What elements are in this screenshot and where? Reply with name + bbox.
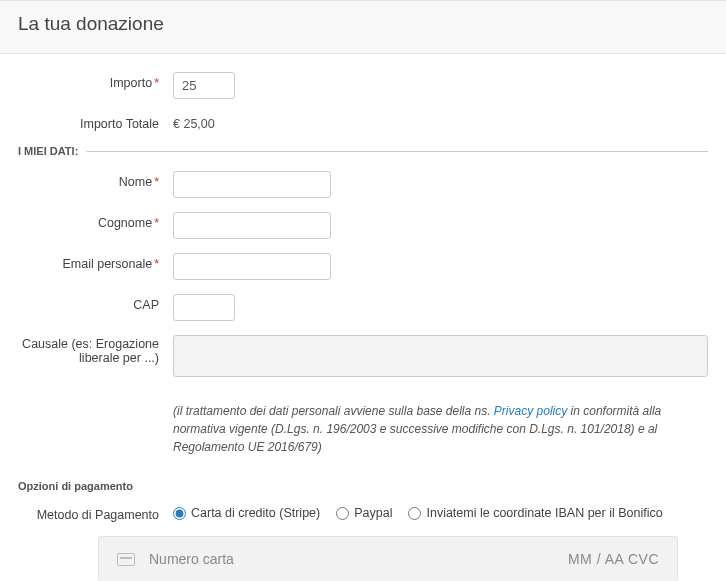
name-row: Nome* [18, 171, 708, 198]
card-input-box[interactable]: Numero carta MM / AA CVC [98, 536, 678, 581]
cap-row: CAP [18, 294, 708, 321]
cause-row: Causale (es: Erogazione liberale per ...… [18, 335, 708, 380]
page-title: La tua donazione [18, 13, 708, 35]
card-number-placeholder: Numero carta [149, 551, 554, 567]
email-label: Email personale* [18, 253, 173, 271]
page-header: La tua donazione [0, 0, 726, 54]
surname-label: Cognome* [18, 212, 173, 230]
payment-options-heading: Opzioni di pagamento [18, 480, 708, 492]
cap-input[interactable] [173, 294, 235, 321]
name-label: Nome* [18, 171, 173, 189]
surname-input[interactable] [173, 212, 331, 239]
cause-textarea[interactable] [173, 335, 708, 377]
radio-card[interactable]: Carta di credito (Stripe) [173, 506, 320, 520]
radio-iban-input[interactable] [408, 507, 421, 520]
total-label: Importo Totale [18, 113, 173, 131]
email-row: Email personale* [18, 253, 708, 280]
privacy-note: (il trattamento dei dati personali avvie… [18, 394, 708, 462]
surname-row: Cognome* [18, 212, 708, 239]
radio-paypal[interactable]: Paypal [336, 506, 392, 520]
payment-method-label: Metodo di Pagamento [18, 504, 173, 522]
amount-label: Importo* [18, 72, 173, 90]
email-input[interactable] [173, 253, 331, 280]
privacy-policy-link[interactable]: Privacy policy [494, 404, 567, 418]
cap-label: CAP [18, 294, 173, 312]
amount-row: Importo* [18, 72, 708, 99]
amount-input[interactable] [173, 72, 235, 99]
radio-iban[interactable]: Inviatemi le coordinate IBAN per il Boni… [408, 506, 662, 520]
personal-legend: I MIEI DATI: [18, 145, 86, 157]
name-input[interactable] [173, 171, 331, 198]
card-expiry-cvc: MM / AA CVC [568, 551, 659, 567]
payment-method-row: Metodo di Pagamento Carta di credito (St… [18, 504, 708, 522]
total-row: Importo Totale € 25,00 [18, 113, 708, 131]
cause-label: Causale (es: Erogazione liberale per ...… [18, 335, 173, 365]
credit-card-icon [117, 553, 135, 566]
donation-form: Importo* Importo Totale € 25,00 I MIEI D… [0, 54, 726, 581]
radio-paypal-input[interactable] [336, 507, 349, 520]
radio-card-input[interactable] [173, 507, 186, 520]
personal-data-fieldset: I MIEI DATI: Nome* Cognome* Email person… [18, 145, 708, 462]
total-value: € 25,00 [173, 113, 215, 131]
